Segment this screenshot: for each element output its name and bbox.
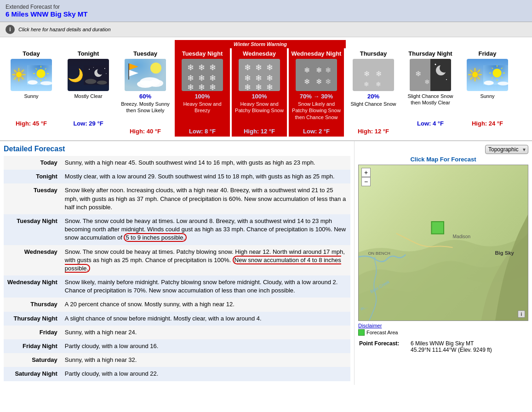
forecast-text-wednesday-night: Snow likely, mainly before midnight. Pat…	[61, 275, 350, 298]
forecast-col-tuesday-night: Tuesday Night ❄ ❄ ❄ ❄ ❄ ❄ ❄ ❄ ❄	[175, 48, 230, 137]
weather-icon-wednesday-night: ❄ ❄ ❄ ❄ ❄ ❄	[296, 59, 337, 91]
map-info-icon[interactable]: i	[518, 310, 525, 318]
temp-thursday-night: Low: 4 °F	[404, 120, 457, 127]
forecast-col-today: Today	[4, 48, 59, 137]
svg-text:❄: ❄	[266, 63, 273, 72]
svg-text:❄: ❄	[187, 83, 194, 91]
banner-spacer	[4, 40, 175, 48]
condition-thursday-night: Slight Chance Snow then Mostly Clear	[404, 93, 457, 118]
legend-box-green	[358, 329, 365, 336]
weather-icon-tuesday	[125, 59, 166, 91]
highlight-oval-wednesday: New snow accumulation of 4 to 8 inches p…	[65, 256, 341, 273]
zoom-out-button[interactable]: −	[361, 177, 371, 186]
svg-text:❄: ❄	[325, 66, 331, 74]
table-row: Thursday A 20 percent chance of snow. Mo…	[4, 298, 350, 311]
temp-wednesday-night: Low: 2 °F	[290, 128, 343, 135]
svg-text:❄: ❄	[198, 74, 205, 83]
svg-text:❄: ❄	[316, 78, 322, 86]
table-row: Saturday Night Partly cloudy, with a low…	[4, 367, 350, 381]
table-row: Friday Sunny, with a high near 24.	[4, 326, 350, 339]
weather-icon-thursday: ❄ ❄ ❄ ❄	[353, 59, 394, 91]
svg-point-14	[97, 68, 104, 75]
forecast-text-tonight: Mostly clear, with a low around 29. Sout…	[61, 170, 350, 183]
svg-text:❄: ❄	[376, 70, 382, 78]
period-thursday: Thursday	[4, 298, 61, 311]
period-wednesday-night: Wednesday Night	[4, 275, 61, 298]
forecast-area-legend: Forecast Area	[358, 329, 528, 336]
banner-wrapper: Winter Storm Warning	[4, 37, 528, 48]
svg-text:❄: ❄	[266, 83, 273, 91]
forecast-table: Today Sunny, with a high near 45. South …	[4, 156, 350, 381]
weather-icon-wednesday: ❄ ❄ ❄ ❄ ❄ ❄ ❄ ❄ ❄	[239, 59, 280, 91]
precip-thursday: 20%	[347, 93, 400, 100]
period-tuesday-night: Tuesday Night	[4, 214, 61, 245]
zoom-in-button[interactable]: +	[361, 168, 371, 177]
condition-wednesday: Heavy Snow and Patchy Blowing Snow	[233, 101, 286, 126]
highlight-oval-tuesday-night: 5 to 9 inches possible.	[124, 233, 187, 242]
svg-text:❄: ❄	[209, 74, 216, 83]
page-wrapper: Extended Forecast for 6 Miles WNW Big Sk…	[0, 0, 532, 385]
period-thursday-night: Thursday Night	[4, 312, 61, 326]
day-label-thursday-night: Thursday Night	[404, 50, 457, 57]
weather-icon-tonight	[68, 59, 109, 91]
location-title: 6 Miles WNW Big Sky MT	[6, 10, 526, 18]
svg-point-1	[28, 80, 38, 85]
svg-text:❄: ❄	[209, 83, 216, 91]
temp-friday: High: 24 °F	[461, 120, 514, 127]
map-type-select[interactable]: Topographic Standard Satellite	[485, 145, 528, 154]
table-row: Tuesday Night Snow. The snow could be he…	[4, 214, 350, 245]
svg-point-67	[435, 64, 436, 65]
disclaimer-link[interactable]: Disclaimer	[358, 323, 528, 328]
day-label-tuesday: Tuesday	[119, 50, 172, 57]
forecast-area-label: Forecast Area	[366, 330, 398, 335]
svg-point-68	[446, 79, 447, 80]
period-wednesday: Wednesday	[4, 245, 61, 276]
svg-point-17	[89, 69, 90, 70]
svg-point-66	[440, 63, 449, 73]
period-friday-night: Friday Night	[4, 339, 61, 353]
day-label-today: Today	[5, 50, 58, 57]
svg-text:❄: ❄	[364, 70, 370, 78]
temp-today: High: 45 °F	[5, 120, 58, 127]
condition-tonight: Mostly Clear	[62, 93, 115, 118]
period-today: Today	[4, 156, 61, 170]
day-label-thursday: Thursday	[347, 50, 400, 57]
svg-point-15	[85, 79, 96, 84]
table-row: Tuesday Snow likely after noon. Increasi…	[4, 183, 350, 214]
condition-thursday: Slight Chance Snow	[347, 101, 400, 126]
svg-text:❄: ❄	[198, 63, 205, 72]
temp-tonight: Low: 29 °F	[62, 120, 115, 127]
svg-text:❄: ❄	[187, 74, 194, 83]
period-saturday: Saturday	[4, 353, 61, 367]
hazard-link[interactable]: Click here for hazard details and durati…	[18, 27, 111, 32]
svg-text:❄: ❄	[415, 70, 421, 78]
temp-thursday: High: 12 °F	[347, 128, 400, 135]
winter-storm-banner: Winter Storm Warning	[175, 40, 346, 48]
forecast-text-thursday: A 20 percent chance of snow. Mostly sunn…	[61, 298, 350, 311]
svg-text:Madison: Madison	[452, 234, 470, 239]
svg-text:❄: ❄	[244, 83, 251, 91]
point-forecast-location: 6 Miles WNW Big Sky MT	[411, 340, 527, 347]
forecast-text-saturday: Sunny, with a high near 32.	[61, 353, 350, 367]
precip-wednesday: 100%	[233, 93, 286, 100]
forecast-text-friday-night: Partly cloudy, with a low around 16.	[61, 339, 350, 353]
header-section: Extended Forecast for 6 Miles WNW Big Sk…	[0, 0, 532, 22]
svg-rect-56	[353, 59, 394, 91]
forecast-col-wednesday-night: Wednesday Night ❄ ❄ ❄ ❄ ❄ ❄ 70% → 30% Sn…	[289, 48, 344, 137]
condition-tuesday-night: Heavy Snow and Breezy	[176, 101, 229, 126]
temp-tuesday-night: Low: 8 °F	[176, 128, 229, 135]
map-container[interactable]: Madison Big Sky ON BENCH Bear Creek Ri..…	[358, 165, 528, 321]
svg-point-3	[36, 69, 45, 78]
svg-text:❄: ❄	[209, 63, 216, 72]
point-forecast-section: Point Forecast: 6 Miles WNW Big Sky MT 4…	[358, 339, 528, 354]
svg-rect-49	[296, 59, 337, 91]
forecast-text-tuesday: Snow likely after noon. Increasing cloud…	[61, 183, 350, 214]
forecast-col-friday: Friday	[460, 48, 515, 137]
svg-text:❄: ❄	[364, 80, 369, 88]
day-label-wednesday: Wednesday	[233, 50, 286, 57]
table-row: Today Sunny, with a high near 45. South …	[4, 156, 350, 170]
day-label-wednesday-night: Wednesday Night	[290, 50, 343, 57]
svg-text:❄: ❄	[304, 78, 310, 86]
svg-point-70	[484, 81, 494, 86]
precip-tuesday: 60%	[119, 93, 172, 100]
